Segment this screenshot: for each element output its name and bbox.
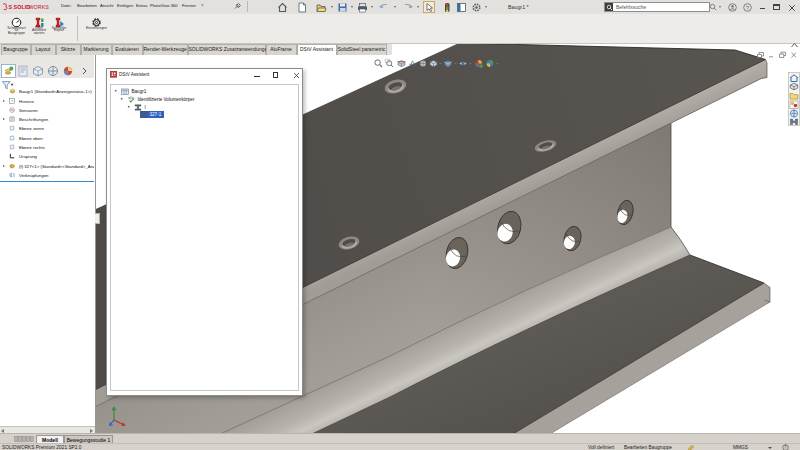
svg-text:?: ?: [746, 5, 750, 11]
svg-text:S SOLID: S SOLID: [9, 4, 31, 10]
svg-text:WORKS: WORKS: [29, 4, 50, 10]
svg-text:?: ?: [784, 446, 787, 450]
